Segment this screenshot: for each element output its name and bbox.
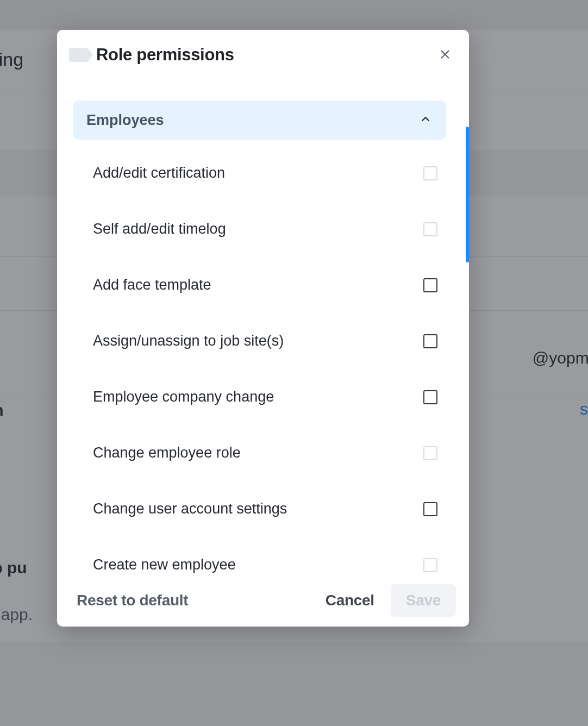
save-button[interactable]: Save bbox=[391, 584, 456, 617]
close-button[interactable] bbox=[436, 46, 454, 64]
permission-label: Self add/edit timelog bbox=[93, 221, 226, 237]
permission-label: Create new employee bbox=[93, 556, 236, 573]
modal-header: Role permissions bbox=[57, 30, 469, 77]
modal-title: Role permissions bbox=[96, 45, 436, 65]
scrollbar-track[interactable] bbox=[466, 127, 469, 574]
permission-checkbox-self-add-edit-timelog[interactable] bbox=[423, 222, 437, 236]
permission-label: Assign/unassign to job site(s) bbox=[93, 333, 284, 349]
role-permissions-modal: Role permissions Employees Add/ bbox=[57, 30, 469, 627]
close-icon bbox=[440, 49, 451, 61]
chevron-up-icon bbox=[420, 114, 431, 127]
modal-body: Employees Add/edit certification Self ad… bbox=[57, 77, 469, 574]
permission-label: Add/edit certification bbox=[93, 165, 225, 182]
permission-checkbox-add-edit-certification[interactable] bbox=[423, 166, 437, 180]
permissions-list: Add/edit certification Self add/edit tim… bbox=[73, 140, 446, 574]
permission-item: Employee company change bbox=[73, 369, 446, 425]
permission-item: Create new employee bbox=[73, 537, 446, 574]
permission-label: Change user account settings bbox=[93, 500, 287, 517]
permission-label: Add face template bbox=[93, 277, 211, 293]
permission-item: Self add/edit timelog bbox=[73, 201, 446, 257]
section-employees-header[interactable]: Employees bbox=[73, 101, 446, 140]
permission-label: Change employee role bbox=[93, 445, 241, 461]
permission-checkbox-create-new-employee[interactable] bbox=[423, 558, 437, 572]
tag-icon bbox=[69, 48, 87, 62]
cancel-button[interactable]: Cancel bbox=[321, 586, 379, 615]
permission-checkbox-add-face-template[interactable] bbox=[423, 278, 437, 292]
section-employees-title: Employees bbox=[86, 112, 164, 129]
permission-checkbox-change-user-account-settings[interactable] bbox=[423, 502, 437, 516]
permission-item: Add face template bbox=[73, 257, 446, 313]
modal-footer: Reset to default Cancel Save bbox=[57, 574, 469, 627]
permission-checkbox-change-employee-role[interactable] bbox=[423, 446, 437, 460]
permission-checkbox-employee-company-change[interactable] bbox=[423, 390, 437, 404]
permission-item: Assign/unassign to job site(s) bbox=[73, 313, 446, 369]
permission-item: Change employee role bbox=[73, 425, 446, 481]
permission-item: Add/edit certification bbox=[73, 145, 446, 201]
permissions-scroll-area[interactable]: Employees Add/edit certification Self ad… bbox=[57, 77, 462, 574]
reset-to-default-button[interactable]: Reset to default bbox=[77, 592, 309, 609]
permission-label: Employee company change bbox=[93, 389, 274, 405]
permission-item: Change user account settings bbox=[73, 481, 446, 537]
permission-checkbox-assign-unassign-job-site[interactable] bbox=[423, 334, 437, 348]
scrollbar-thumb[interactable] bbox=[466, 127, 469, 262]
